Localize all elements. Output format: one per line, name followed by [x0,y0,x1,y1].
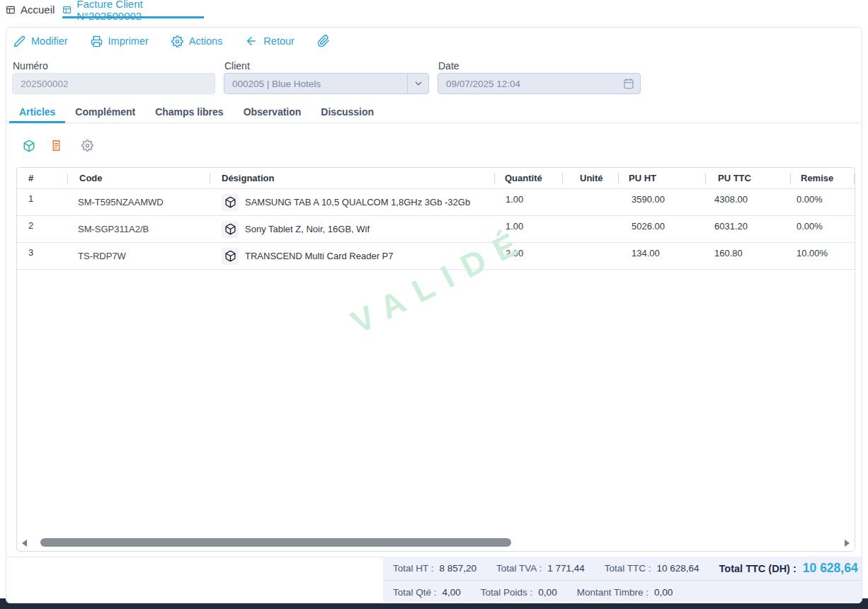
total-qte-value: 4,00 [442,587,461,598]
col-header-pu-ttc[interactable]: PU TTC [706,168,791,188]
montant-timbre-value: 0,00 [654,587,673,598]
total-ttc: Total TTC : 10 628,64 [605,563,699,574]
row-designation-text: SAMSUNG TAB A 10,5 QUALCOM 1,8GHz 3Gb -3… [245,197,470,207]
total-tva: Total TVA : 1 771,44 [496,563,585,574]
client-select-caret[interactable] [407,74,428,93]
modifier-label: Modifier [31,35,68,47]
col-header-remise[interactable]: Remise [791,168,855,188]
tab-facture-client[interactable]: Facture Client N°202500002 [62,0,204,19]
gear-icon [171,35,183,47]
table-row[interactable]: 2 SM-SGP311A2/B Sony Tablet Z, Noir, 16G… [17,216,855,243]
total-ttc-dh-label: Total TTC (DH) : [719,563,796,574]
imprimer-label: Imprimer [108,35,149,47]
active-tab-underline [62,16,204,18]
retour-button[interactable]: Retour [245,35,295,47]
numero-value: 202500002 [21,79,69,89]
row-num: 1 [17,189,68,215]
tab-accueil[interactable]: Accueil [6,0,55,19]
total-poids-value: 0,00 [538,587,556,598]
col-header-code[interactable]: Code [68,168,210,188]
package-icon[interactable] [23,140,35,155]
date-input[interactable]: 09/07/2025 12:04 [438,73,641,94]
receipt-icon[interactable] [50,140,62,154]
row-designation: TRANSCEND Multi Card Reader P7 [210,243,495,269]
total-tva-value: 1 771,44 [547,563,585,574]
imprimer-button[interactable]: Imprimer [91,35,149,47]
total-ttc-label: Total TTC : [605,563,651,574]
content-tab-bar: Articles Complément Champs libres Observ… [6,101,862,123]
row-remise: 0.00% [791,216,855,242]
actions-button[interactable]: Actions [171,35,223,47]
col-header-designation[interactable]: Désignation [210,168,495,188]
row-pu-ttc: 6031.20 [706,216,791,242]
row-remise: 0.00% [791,189,855,215]
modifier-button[interactable]: Modifier [13,35,68,47]
row-num: 3 [17,243,68,269]
settings-icon[interactable] [81,140,93,154]
col-header-quantite[interactable]: Quantité [495,168,563,188]
row-unite [563,216,619,242]
row-quantite: 2.00 [495,243,563,269]
client-label: Client [224,60,250,72]
articles-table: # Code Désignation Quantité Unité PU HT … [16,167,855,552]
col-header-pu-ht[interactable]: PU HT [619,168,706,188]
tab-observation[interactable]: Observation [234,101,312,123]
pencil-icon [13,35,25,47]
montant-timbre-label: Montant Timbre : [577,587,649,598]
attachment-button[interactable] [317,35,330,47]
total-poids: Total Poids : 0,00 [481,587,557,598]
row-quantite: 1.00 [495,189,563,215]
total-ht: Total HT : 8 857,20 [393,563,476,574]
row-pu-ht: 5026.00 [619,216,706,242]
total-qte-label: Total Qté : [393,587,437,598]
col-header-unite[interactable]: Unité [563,168,619,188]
scroll-right-icon[interactable] [845,540,850,547]
box-icon [222,248,239,265]
totals-panel: Total HT : 8 857,20 Total TVA : 1 771,44… [383,557,862,603]
table-row[interactable]: 1 SM-T595NZAAMWD SAMSUNG TAB A 10,5 QUAL… [17,189,855,216]
totals-row-1: Total HT : 8 857,20 Total TVA : 1 771,44… [383,557,862,581]
scrollbar-thumb[interactable] [40,538,511,547]
grid-icon [62,5,72,15]
total-ht-label: Total HT : [393,563,434,574]
numero-label: Numéro [13,60,48,72]
row-designation: Sony Tablet Z, Noir, 16GB, Wif [210,216,495,242]
row-pu-ht: 3590.00 [619,189,706,215]
retour-label: Retour [263,35,295,47]
box-icon [222,221,239,238]
paperclip-icon [317,35,330,47]
row-code: SM-SGP311A2/B [68,216,210,242]
chevron-down-icon [413,79,423,89]
montant-timbre: Montant Timbre : 0,00 [577,587,673,598]
total-ttc-value: 10 628,64 [656,563,699,574]
numero-input[interactable]: 202500002 [12,73,215,94]
calendar-icon[interactable] [623,78,634,89]
row-remise: 10.00% [791,243,855,269]
row-quantite: 1.00 [495,216,563,242]
printer-icon [91,35,103,47]
tab-accueil-label: Accueil [21,4,55,16]
actions-label: Actions [189,35,223,47]
row-designation-text: TRANSCEND Multi Card Reader P7 [245,251,394,261]
total-qte: Total Qté : 4,00 [393,587,461,598]
table-header-row: # Code Désignation Quantité Unité PU HT … [17,168,855,189]
date-value: 09/07/2025 12:04 [446,79,520,89]
tab-complement[interactable]: Complément [65,101,145,123]
tab-champs-libres[interactable]: Champs libres [145,101,233,123]
window-tab-bar: Accueil Facture Client N°202500002 [0,0,868,19]
table-row[interactable]: 3 TS-RDP7W TRANSCEND Multi Card Reader P… [17,243,855,270]
tab-articles[interactable]: Articles [9,101,65,123]
grid-icon [6,5,16,15]
total-ttc-dh: Total TTC (DH) : 10 628,64 [719,561,858,576]
total-poids-label: Total Poids : [481,587,533,598]
date-label: Date [438,60,459,72]
row-code: SM-T595NZAAMWD [68,189,210,215]
row-code: TS-RDP7W [68,243,210,269]
total-tva-label: Total TVA : [496,563,542,574]
row-pu-ttc: 160.80 [706,243,791,269]
col-header-num[interactable]: # [17,168,68,188]
client-select[interactable]: 000205 | Blue Hotels [224,73,429,94]
scroll-left-icon[interactable] [22,540,27,547]
horizontal-scrollbar[interactable] [18,537,853,549]
tab-discussion[interactable]: Discussion [311,101,384,123]
